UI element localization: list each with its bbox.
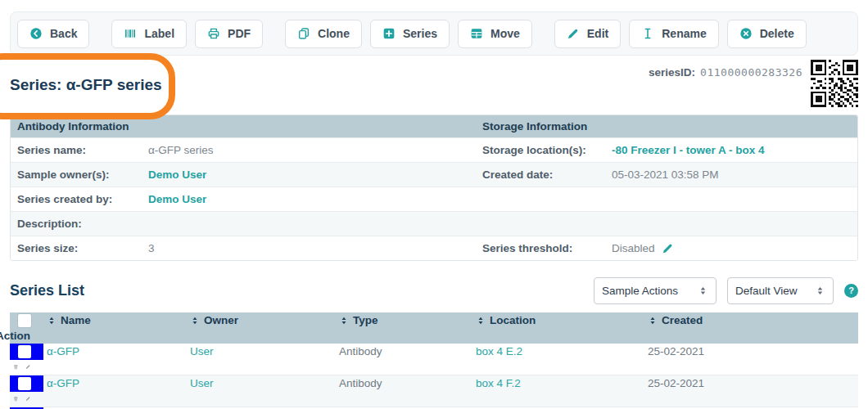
- move-button-label: Move: [491, 27, 520, 40]
- sort-icon: [476, 316, 486, 326]
- toolbar-group-organize: Clone Series Move: [285, 20, 532, 48]
- barcode-icon: [124, 27, 137, 40]
- printer-icon: [207, 27, 220, 40]
- pencil-icon[interactable]: [25, 361, 31, 373]
- label-button-label: Label: [144, 27, 174, 40]
- row-actions: [10, 393, 43, 405]
- sample-created-date: 25-02-2021: [644, 377, 858, 389]
- row-check-cell: [10, 344, 43, 360]
- storage-location-label: Storage location(s):: [476, 144, 605, 156]
- x-circle-icon: [739, 27, 753, 40]
- info-row: Sample owner(s): Demo User Created date:…: [11, 162, 857, 187]
- row-checkbox[interactable]: [18, 345, 31, 358]
- text-cursor-ibeam-icon: [641, 27, 654, 40]
- sample-location-link[interactable]: box 4 F.2: [472, 377, 644, 389]
- created-date-label: Created date:: [476, 169, 605, 181]
- back-button[interactable]: Back: [17, 20, 89, 48]
- toolbar-group-print: Label PDF: [111, 20, 263, 48]
- toolbar-group-modify: Edit Rename Delete: [554, 20, 807, 48]
- sample-name-link[interactable]: α-GFP: [43, 345, 187, 357]
- trash-icon[interactable]: [13, 361, 19, 373]
- sample-actions-dropdown-value: Sample Actions: [602, 285, 678, 297]
- column-header-name[interactable]: Name: [43, 314, 187, 326]
- series-threshold-label: Series threshold:: [476, 242, 605, 254]
- delete-button-label: Delete: [760, 27, 794, 40]
- qr-code-icon: [811, 60, 858, 107]
- info-row: Series name: α-GFP series Storage locati…: [11, 137, 857, 162]
- page-title: Series: α-GFP series: [10, 76, 162, 94]
- toolbar: Back Label PDF Clone Series: [10, 11, 858, 56]
- info-card-headers: Antibody Information Storage Information: [11, 115, 857, 137]
- move-button[interactable]: Move: [458, 20, 532, 48]
- rename-button-label: Rename: [662, 27, 706, 40]
- sample-created-date: 25-02-2021: [644, 345, 858, 357]
- series-name-value: α-GFP series: [142, 144, 476, 156]
- column-header-type[interactable]: Type: [336, 314, 472, 326]
- clone-button[interactable]: Clone: [285, 20, 362, 48]
- row-check-cell: [10, 375, 43, 392]
- sort-icon: [190, 316, 200, 326]
- table-row: α-GFP User Antibody box 4 F.2 25-02-2021: [10, 375, 858, 407]
- series-table: Name Owner Type Location Created Action: [10, 312, 858, 409]
- row-checkbox[interactable]: [18, 377, 31, 390]
- series-detail-page: Back Label PDF Clone Series: [0, 0, 868, 409]
- sample-owner-link[interactable]: Demo User: [142, 169, 476, 181]
- series-button[interactable]: Series: [370, 20, 450, 48]
- label-button[interactable]: Label: [111, 20, 187, 48]
- sample-owner-link[interactable]: User: [187, 345, 336, 357]
- table-row: α-GFP User Antibody box 4 E.2 25-02-2021: [10, 344, 858, 375]
- sample-location-link[interactable]: box 4 E.2: [472, 345, 644, 357]
- description-label: Description:: [11, 218, 142, 230]
- dropdown-arrows-icon: [698, 285, 708, 296]
- sample-name-link[interactable]: α-GFP: [43, 377, 187, 389]
- select-all-checkbox[interactable]: [18, 314, 31, 327]
- created-date-value: 05-03-2021 03:58 PM: [605, 169, 857, 181]
- series-list-header: Series List Sample Actions Default View …: [10, 276, 858, 304]
- edit-button-label: Edit: [587, 27, 608, 40]
- row-actions: [10, 361, 43, 373]
- sort-icon: [648, 316, 658, 326]
- toolbar-group-nav: Back: [17, 20, 89, 48]
- info-row: Description:: [11, 211, 857, 236]
- header-check-cell: [10, 312, 43, 329]
- back-button-label: Back: [50, 27, 77, 40]
- delete-button[interactable]: Delete: [727, 20, 807, 48]
- sample-type: Antibody: [336, 377, 472, 389]
- storage-information-header: Storage Information: [476, 120, 857, 133]
- sample-actions-dropdown[interactable]: Sample Actions: [594, 277, 717, 304]
- default-view-dropdown-value: Default View: [735, 285, 798, 297]
- storage-location-link[interactable]: -80 Freezer I - tower A - box 4: [605, 144, 857, 156]
- clone-button-label: Clone: [318, 27, 350, 40]
- series-created-by-label: Series created by:: [11, 193, 142, 205]
- clone-icon: [297, 27, 310, 40]
- info-row: Series created by: Demo User: [11, 187, 857, 211]
- series-created-by-link[interactable]: Demo User: [142, 193, 476, 205]
- series-threshold-value: Disabled: [605, 242, 857, 254]
- sample-owner-label: Sample owner(s):: [11, 169, 142, 181]
- series-id-block: seriesID: 011000000283326: [649, 66, 802, 79]
- sort-icon: [339, 316, 349, 326]
- series-size-value: 3: [142, 242, 476, 254]
- edit-threshold-pencil-icon[interactable]: [662, 242, 674, 254]
- rename-button[interactable]: Rename: [629, 20, 718, 48]
- series-list-title: Series List: [10, 282, 84, 299]
- pencil-icon[interactable]: [25, 393, 31, 405]
- column-header-owner[interactable]: Owner: [187, 314, 336, 326]
- info-card: Antibody Information Storage Information…: [10, 115, 858, 261]
- pdf-button[interactable]: PDF: [195, 20, 263, 48]
- series-id-label: seriesID:: [649, 66, 695, 79]
- series-button-label: Series: [403, 27, 437, 40]
- info-row: Series size: 3 Series threshold: Disable…: [11, 236, 857, 260]
- series-table-header: Name Owner Type Location Created Action: [10, 312, 858, 344]
- pencil-icon: [567, 27, 580, 40]
- sort-icon: [47, 316, 57, 326]
- column-header-location[interactable]: Location: [472, 314, 644, 326]
- default-view-dropdown[interactable]: Default View: [727, 277, 834, 304]
- sample-owner-link[interactable]: User: [187, 377, 336, 389]
- help-icon[interactable]: ?: [844, 284, 858, 298]
- antibody-information-header: Antibody Information: [11, 120, 476, 133]
- trash-icon[interactable]: [13, 393, 19, 405]
- series-size-label: Series size:: [11, 242, 142, 254]
- edit-button[interactable]: Edit: [554, 20, 621, 48]
- column-header-created[interactable]: Created: [644, 314, 858, 326]
